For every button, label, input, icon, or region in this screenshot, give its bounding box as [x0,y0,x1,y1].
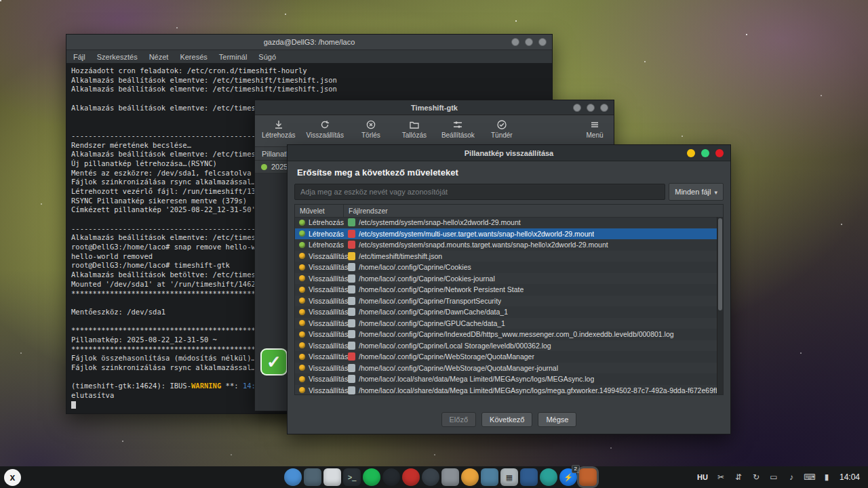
create-label: Létrehozás [262,131,295,139]
settings-button[interactable]: Beállítások [441,119,475,139]
file-type-icon [348,285,355,293]
file-path: /home/laco/.config/Caprine/DawnCache/dat… [359,308,508,316]
operation-label: Visszaállítás [309,263,348,271]
file-type-icon [348,308,355,316]
timeshift-titlebar[interactable]: Timeshift-gtk [255,100,614,115]
maximize-button[interactable] [525,38,533,46]
clock[interactable]: 14:04 [840,472,860,482]
operation-row[interactable]: Visszaállítás/home/laco/.config/Caprine/… [295,284,723,296]
taskbar-icon-settings[interactable] [481,468,498,486]
file-path: /home/laco/.config/Caprine/GPUCache/data… [359,319,505,327]
snapshot-column-label: Pillanatk [262,150,290,158]
create-icon [273,119,284,130]
operation-status-icon [299,309,305,315]
taskbar-icon-github[interactable] [382,468,400,486]
taskbar-icon-timeshift-active[interactable] [579,468,597,486]
operation-row[interactable]: Visszaállítás/home/laco/.config/Caprine/… [295,262,723,273]
delete-snapshot-button[interactable]: Törlés [355,119,387,139]
close-button[interactable] [538,38,547,46]
taskbar-icon-file-manager[interactable] [304,468,321,486]
update-tray-icon[interactable]: ↻ [751,472,762,482]
taskbar-icon-app-gray[interactable] [441,468,459,486]
terminal-menu-item[interactable]: Keresés [180,53,207,61]
operation-row[interactable]: Visszaállítás/home/laco/.config/Caprine/… [295,363,723,374]
file-path: /home/laco/.config/Caprine/WebStorage/Qu… [359,364,558,372]
operation-row[interactable]: Visszaállítás/home/laco/.config/Caprine/… [295,340,723,352]
operation-row[interactable]: Visszaállítás/home/laco/.local/share/dat… [295,373,723,385]
operation-row[interactable]: Létrehozás/etc/systemd/system/snapd.moun… [295,239,723,251]
taskbar-icon-power-manager[interactable] [461,468,479,486]
operation-row[interactable]: Létrehozás/etc/systemd/system/multi-user… [295,228,723,240]
terminal-menu-item[interactable]: Terminál [219,53,248,61]
menu-button[interactable]: Menü [583,119,607,139]
create-snapshot-button[interactable]: Létrehozás [262,119,295,139]
operation-label: Visszaállítás [309,330,348,338]
taskbar-icon-spotify[interactable] [363,468,380,486]
operation-row[interactable]: Visszaállítás/etc/timeshift/timeshift.js… [295,251,723,262]
taskbar-icon-calculator[interactable]: ▦ [500,468,518,486]
device-search-input[interactable] [294,184,665,200]
taskbar-icon-text-editor[interactable] [323,468,341,486]
terminal-menu-item[interactable]: Nézet [149,53,169,61]
file-path: /home/laco/.local/share/data/Mega Limite… [359,375,594,383]
operation-row[interactable]: Visszaállítás/home/laco/.config/Caprine/… [295,351,723,363]
restore-snapshot-button[interactable]: Visszaállítás [306,119,343,139]
taskbar-icon-messenger[interactable]: ⚡2 [559,468,577,486]
desktop: gazda@DellG3: /home/laco FájlSzerkesztés… [0,0,868,488]
taskbar-icon-app-teal[interactable] [540,468,557,486]
previous-button[interactable]: Előző [441,412,477,427]
operation-row[interactable]: Visszaállítás/home/laco/.config/Caprine/… [295,318,723,329]
operation-row[interactable]: Visszaállítás/home/laco/.config/Caprine/… [295,296,723,307]
taskbar-icon-youtube[interactable] [402,468,420,486]
minimize-button[interactable] [511,38,519,46]
file-filter-dropdown[interactable]: Minden fájl [669,183,724,201]
file-type-icon [348,352,355,361]
keyboard-tray-icon[interactable]: ⌨ [804,472,814,482]
screenshot-tray-icon[interactable]: ✂ [715,472,726,482]
terminal-menu-item[interactable]: Szerkesztés [97,53,138,61]
wizard-button[interactable]: Tündér [486,119,518,139]
operation-label: Visszaállítás [309,375,348,383]
file-type-icon [348,241,355,249]
network-tray-icon[interactable]: ⇵ [733,472,744,482]
taskbar-icon-obs[interactable] [422,468,439,486]
operation-row[interactable]: Visszaállítás/home/laco/.local/share/dat… [295,385,723,395]
terminal-titlebar[interactable]: gazda@DellG3: /home/laco [66,35,552,50]
file-type-icon [348,330,355,338]
taskbar-icon-office[interactable] [520,468,538,486]
browse-snapshot-button[interactable]: Tallózás [398,119,431,139]
display-tray-icon[interactable]: ▭ [768,472,779,482]
scrollbar-thumb[interactable] [718,218,722,310]
taskbar-icon-terminal[interactable]: >_ [343,468,361,486]
check-circle-icon [496,119,507,130]
column-header-filesystem[interactable]: Fájlrendszer [344,205,723,217]
minimize-button[interactable] [687,149,695,157]
taskbar-icon-chromium[interactable] [284,468,302,486]
operation-row[interactable]: Visszaállítás/home/laco/.config/Caprine/… [295,329,723,340]
next-button[interactable]: Következő [481,412,532,427]
maximize-button[interactable] [701,149,709,157]
file-path: /home/laco/.config/Caprine/Local Storage… [359,342,551,350]
dialog-titlebar[interactable]: Pillanatkép visszaállítása [288,145,730,161]
operation-status-icon [299,354,305,360]
operation-status-icon [299,220,305,226]
terminal-line: Hozzáadott cron feladatok: /etc/cron.d/t… [71,66,547,76]
close-button[interactable] [715,149,724,157]
file-path: /home/laco/.config/Caprine/Cookies [359,263,471,271]
operation-row[interactable]: Létrehozás/etc/systemd/system/snap-hello… [295,217,723,228]
volume-tray-icon[interactable]: ♪ [786,472,797,482]
keyboard-layout-indicator[interactable]: HU [697,473,708,481]
terminal-menu-item[interactable]: Súgó [258,53,276,61]
sliders-icon [452,119,463,130]
battery-tray-icon[interactable]: ▮ [821,472,832,482]
terminal-menu-item[interactable]: Fájl [73,53,85,61]
vertical-scrollbar[interactable] [717,217,723,394]
cancel-button[interactable]: Mégse [538,412,576,427]
column-header-operation[interactable]: Művelet [295,205,344,217]
maximize-button[interactable] [587,104,595,112]
close-button[interactable] [600,104,608,112]
applications-menu-icon[interactable]: x [4,469,21,486]
minimize-button[interactable] [573,104,581,112]
operation-row[interactable]: Visszaállítás/home/laco/.config/Caprine/… [295,306,723,318]
operation-row[interactable]: Visszaállítás/home/laco/.config/Caprine/… [295,273,723,285]
